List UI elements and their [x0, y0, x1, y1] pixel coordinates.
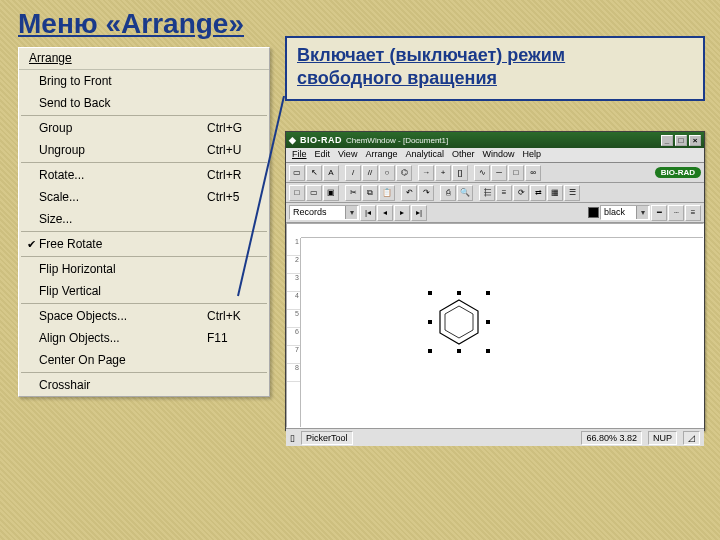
callout-pointer-line	[236, 96, 286, 306]
brand-label: BIO-RAD	[300, 135, 342, 145]
ruler-horizontal	[301, 224, 703, 238]
style-solid-icon[interactable]: ━	[651, 205, 667, 221]
tool-cut-icon[interactable]: ✂	[345, 185, 361, 201]
svg-marker-2	[445, 306, 473, 338]
menu-separator	[21, 231, 267, 232]
minimize-button[interactable]: _	[661, 135, 673, 146]
menu-separator	[21, 303, 267, 304]
tool-align-left-icon[interactable]: ⬱	[479, 185, 495, 201]
tool-box-icon[interactable]: □	[508, 165, 524, 181]
menu-item-free-rotate[interactable]: ✔Free Rotate	[19, 233, 269, 255]
tool-plus-icon[interactable]: +	[435, 165, 451, 181]
tool-benzene-icon[interactable]: ⌬	[396, 165, 412, 181]
status-zoom: 66.80% 3.82	[581, 431, 642, 445]
toolbar-format: Records |◂ ◂ ▸ ▸| black ━ ┄ ≡	[286, 203, 704, 223]
menu-other[interactable]: Other	[452, 149, 475, 161]
menu-separator	[21, 372, 267, 373]
color-combo[interactable]: black	[600, 205, 650, 220]
tool-ring-icon[interactable]: ○	[379, 165, 395, 181]
tool-new-icon[interactable]: □	[289, 185, 305, 201]
menu-window[interactable]: Window	[482, 149, 514, 161]
document-title: ChemWindow - [Document1]	[346, 136, 448, 145]
menu-item-ungroup[interactable]: UngroupCtrl+U	[19, 139, 269, 161]
menu-separator	[21, 162, 267, 163]
style-dashed-icon[interactable]: ┄	[668, 205, 684, 221]
tool-text-icon[interactable]: A	[323, 165, 339, 181]
menu-item-bring-to-front[interactable]: Bring to Front	[19, 70, 269, 92]
menu-help[interactable]: Help	[522, 149, 541, 161]
toolbar-secondary: □ ▭ ▣ ✂ ⧉ 📋 ↶ ↷ ⎙ 🔍 ⬱ ≡ ⟳ ⇄ ▦ ☰	[286, 183, 704, 203]
check-icon: ✔	[23, 238, 39, 251]
nav-prev-icon[interactable]: ◂	[377, 205, 393, 221]
arrange-menu: Arrange Bring to Front Send to Back Grou…	[18, 47, 270, 397]
tool-undo-icon[interactable]: ↶	[401, 185, 417, 201]
callout-line: Включает (выключает) режим	[297, 44, 693, 67]
canvas-area: 1 2 3 4 5 6 7 8	[286, 223, 704, 428]
menubar: File Edit View Arrange Analytical Other …	[286, 148, 704, 163]
menu-item-group[interactable]: GroupCtrl+G	[19, 117, 269, 139]
tool-select-icon[interactable]: ↖	[306, 165, 322, 181]
color-swatch[interactable]	[588, 207, 599, 218]
svg-marker-1	[440, 300, 478, 344]
menu-arrange[interactable]: Arrange	[365, 149, 397, 161]
tool-copy-icon[interactable]: ⧉	[362, 185, 378, 201]
records-combo[interactable]: Records	[289, 205, 359, 220]
tool-curve-icon[interactable]: ∿	[474, 165, 490, 181]
tool-rotate-icon[interactable]: ⟳	[513, 185, 529, 201]
statusbar: ▯ PickerTool 66.80% 3.82 NUP ◿	[286, 428, 704, 446]
logo-icon: ◆	[289, 135, 296, 145]
menu-item-align-objects[interactable]: Align Objects...F11	[19, 327, 269, 349]
tool-paste-icon[interactable]: 📋	[379, 185, 395, 201]
canvas[interactable]	[301, 238, 703, 427]
menu-item-send-to-back[interactable]: Send to Back	[19, 92, 269, 114]
menu-item-flip-vertical[interactable]: Flip Vertical	[19, 280, 269, 302]
menu-item-rotate[interactable]: Rotate...Ctrl+R	[19, 164, 269, 186]
tool-orbital-icon[interactable]: ∞	[525, 165, 541, 181]
slide-title: Меню «Arrange»	[18, 8, 244, 40]
tool-flip-icon[interactable]: ⇄	[530, 185, 546, 201]
tool-arrow-icon[interactable]: →	[418, 165, 434, 181]
menu-separator	[21, 115, 267, 116]
close-button[interactable]: ×	[689, 135, 701, 146]
nav-first-icon[interactable]: |◂	[360, 205, 376, 221]
tool-save-icon[interactable]: ▣	[323, 185, 339, 201]
tool-line-icon[interactable]: ─	[491, 165, 507, 181]
menu-analytical[interactable]: Analytical	[405, 149, 444, 161]
tool-zoom-icon[interactable]: 🔍	[457, 185, 473, 201]
menu-item-center-on-page[interactable]: Center On Page	[19, 349, 269, 371]
menu-item-scale[interactable]: Scale...Ctrl+5	[19, 186, 269, 208]
menu-header[interactable]: Arrange	[19, 48, 269, 70]
tool-pointer-icon[interactable]: ▭	[289, 165, 305, 181]
nav-last-icon[interactable]: ▸|	[411, 205, 427, 221]
tool-align-center-icon[interactable]: ≡	[496, 185, 512, 201]
tool-open-icon[interactable]: ▭	[306, 185, 322, 201]
menu-edit[interactable]: Edit	[315, 149, 331, 161]
menu-item-flip-horizontal[interactable]: Flip Horizontal	[19, 258, 269, 280]
tool-bracket-icon[interactable]: []	[452, 165, 468, 181]
callout-line: свободного вращения	[297, 67, 693, 90]
tool-bond-icon[interactable]: /	[345, 165, 361, 181]
nav-next-icon[interactable]: ▸	[394, 205, 410, 221]
menu-item-crosshair[interactable]: Crosshair	[19, 374, 269, 396]
menu-view[interactable]: View	[338, 149, 357, 161]
description-callout: Включает (выключает) режим свободного вр…	[285, 36, 705, 101]
resize-grip-icon[interactable]: ◿	[683, 431, 700, 445]
tool-layers-icon[interactable]: ☰	[564, 185, 580, 201]
menu-separator	[21, 256, 267, 257]
tool-print-icon[interactable]: ⎙	[440, 185, 456, 201]
status-mode: NUP	[648, 431, 677, 445]
titlebar[interactable]: ◆ BIO-RAD ChemWindow - [Document1] _ □ ×	[286, 132, 704, 148]
benzene-structure[interactable]	[431, 294, 487, 350]
maximize-button[interactable]: □	[675, 135, 687, 146]
menu-item-size[interactable]: Size...	[19, 208, 269, 230]
tool-double-bond-icon[interactable]: //	[362, 165, 378, 181]
tool-redo-icon[interactable]: ↷	[418, 185, 434, 201]
tool-group-icon[interactable]: ▦	[547, 185, 563, 201]
menu-item-space-objects[interactable]: Space Objects...Ctrl+K	[19, 305, 269, 327]
style-weight-icon[interactable]: ≡	[685, 205, 701, 221]
status-tool: PickerTool	[301, 431, 353, 445]
toolbar-main: ▭ ↖ A / // ○ ⌬ → + [] ∿ ─ □ ∞ BIO-RAD	[286, 163, 704, 183]
ruler-vertical: 1 2 3 4 5 6 7 8	[287, 238, 301, 427]
menu-file[interactable]: File	[292, 149, 307, 161]
page-icon[interactable]: ▯	[290, 433, 295, 443]
